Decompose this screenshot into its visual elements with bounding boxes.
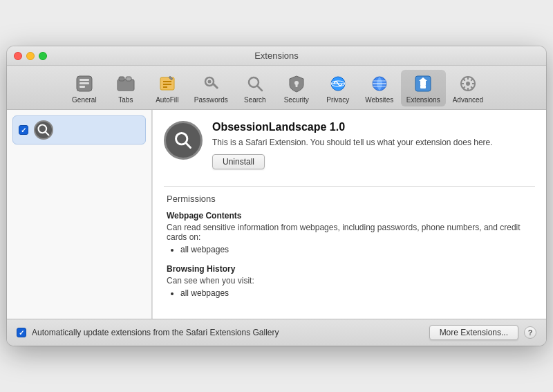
advanced-icon	[457, 73, 479, 95]
privacy-label: Privacy	[326, 96, 349, 104]
search-toolbar-icon	[244, 73, 266, 95]
svg-rect-5	[119, 77, 124, 81]
more-extensions-button[interactable]: More Extensions...	[429, 325, 518, 340]
divider	[164, 186, 535, 187]
svg-line-37	[471, 79, 473, 81]
toolbar-item-advanced[interactable]: Advanced	[447, 70, 489, 106]
perm-webpage-contents-item-0: all webpages	[180, 245, 535, 254]
svg-line-36	[471, 86, 473, 88]
toolbar-item-passwords[interactable]: Passwords	[189, 70, 234, 106]
websites-label: Websites	[365, 96, 393, 104]
perm-browsing-history-desc: Can see when you visit:	[167, 276, 535, 286]
svg-line-38	[463, 86, 465, 88]
perm-browsing-history-title: Browsing History	[167, 264, 535, 274]
toolbar-item-autofill[interactable]: AutoFill	[147, 70, 187, 106]
perm-browsing-history-list: all webpages	[167, 288, 535, 298]
footer-left: Automatically update extensions from the…	[17, 328, 279, 337]
auto-update-label: Automatically update extensions from the…	[32, 328, 279, 337]
extension-enabled-checkbox[interactable]	[19, 125, 28, 135]
svg-rect-6	[126, 77, 131, 81]
maximize-button[interactable]	[39, 52, 47, 60]
svg-line-35	[463, 79, 465, 81]
titlebar: Extensions	[7, 46, 546, 66]
svg-rect-3	[79, 86, 85, 88]
sidebar-extension-item[interactable]	[12, 115, 146, 144]
security-label: Security	[284, 96, 309, 104]
perm-webpage-contents-list: all webpages	[167, 245, 535, 254]
sidebar	[7, 110, 152, 319]
perm-group-webpage-contents: Webpage Contents Can read sensitive info…	[167, 211, 535, 254]
main-panel: ObsessionLandscape 1.0 This is a Safari …	[152, 110, 546, 319]
toolbar-item-general[interactable]: General	[64, 70, 104, 106]
autofill-label: AutoFill	[156, 96, 178, 104]
extensions-label: Extensions	[406, 96, 440, 104]
perm-webpage-contents-desc: Can read sensitive information from webp…	[167, 223, 535, 242]
toolbar-item-security[interactable]: Security	[276, 70, 317, 106]
perm-browsing-history-item-0: all webpages	[180, 288, 535, 298]
perm-webpage-contents-title: Webpage Contents	[167, 211, 535, 221]
websites-icon	[368, 73, 391, 95]
privacy-icon	[327, 73, 349, 95]
svg-line-16	[257, 86, 262, 91]
passwords-icon	[200, 73, 222, 95]
toolbar: General Tabs	[7, 66, 546, 110]
perm-group-browsing-history: Browsing History Can see when you visit:…	[167, 264, 535, 298]
svg-point-14	[208, 80, 212, 84]
tabs-icon	[115, 73, 137, 95]
extension-description: This is a Safari Extension. You should t…	[212, 136, 535, 149]
titlebar-buttons	[14, 52, 47, 60]
extensions-icon	[412, 73, 434, 95]
toolbar-item-extensions[interactable]: Extensions	[401, 70, 446, 106]
autofill-icon	[156, 73, 178, 95]
toolbar-item-privacy[interactable]: Privacy	[318, 70, 358, 106]
uninstall-button[interactable]: Uninstall	[212, 154, 265, 169]
window-title: Extensions	[254, 50, 299, 61]
toolbar-item-search[interactable]: Search	[235, 70, 275, 106]
passwords-label: Passwords	[194, 96, 228, 104]
extension-info: ObsessionLandscape 1.0 This is a Safari …	[212, 121, 535, 169]
svg-rect-2	[79, 82, 89, 84]
svg-rect-28	[420, 85, 426, 88]
close-button[interactable]	[14, 52, 22, 60]
svg-point-30	[466, 82, 470, 86]
help-button[interactable]: ?	[524, 326, 536, 339]
advanced-label: Advanced	[453, 96, 483, 104]
svg-line-40	[46, 132, 49, 136]
footer: Automatically update extensions from the…	[7, 319, 546, 346]
sidebar-ext-icon	[34, 120, 53, 140]
general-icon	[73, 73, 95, 95]
auto-update-checkbox[interactable]	[17, 328, 26, 337]
permissions-title: Permissions	[167, 194, 535, 204]
search-label: Search	[244, 96, 266, 104]
content-area: ObsessionLandscape 1.0 This is a Safari …	[7, 110, 546, 319]
main-window: Extensions General	[7, 46, 546, 346]
footer-right: More Extensions... ?	[429, 325, 536, 340]
svg-rect-13	[212, 83, 218, 89]
general-label: General	[72, 96, 97, 104]
extension-name: ObsessionLandscape 1.0	[212, 121, 535, 133]
extension-header: ObsessionLandscape 1.0 This is a Safari …	[164, 121, 535, 169]
security-icon	[285, 73, 308, 95]
permissions-section: Permissions Webpage Contents Can read se…	[164, 194, 535, 308]
svg-rect-1	[79, 79, 89, 81]
tabs-label: Tabs	[118, 96, 133, 104]
extension-big-icon	[164, 121, 203, 160]
toolbar-item-tabs[interactable]: Tabs	[106, 70, 146, 106]
svg-line-42	[186, 143, 190, 147]
svg-rect-18	[295, 84, 297, 87]
minimize-button[interactable]	[26, 52, 35, 60]
toolbar-item-websites[interactable]: Websites	[359, 70, 400, 106]
